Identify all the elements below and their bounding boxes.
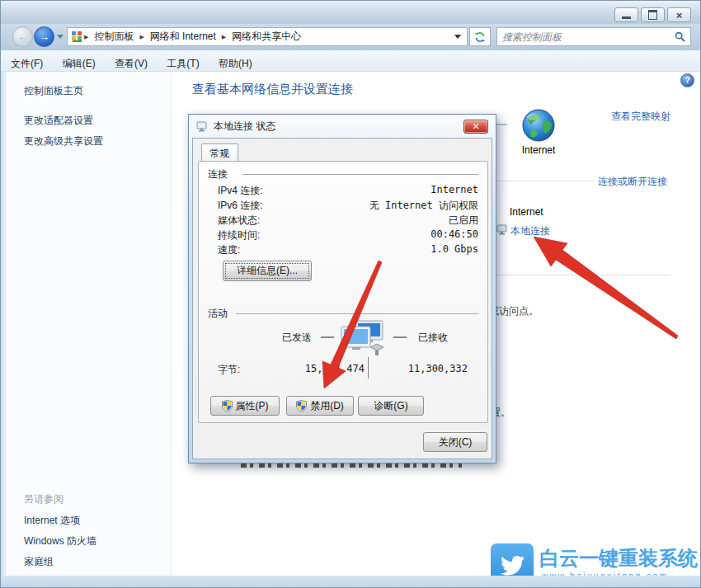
sidebar-item-control-panel-home[interactable]: 控制面板主页 [24, 84, 83, 98]
refresh-icon [474, 31, 486, 43]
uac-shield-icon [222, 400, 233, 412]
breadcrumb-network-sharing-center[interactable]: 网络和共享中心 [227, 30, 306, 44]
connect-disconnect-link[interactable]: 连接或断开连接 [598, 175, 667, 189]
breadcrumb-control-panel[interactable]: 控制面板 [89, 30, 139, 44]
menu-help[interactable]: 帮助(H) [210, 53, 261, 71]
diagnose-button-label: 诊断(G) [374, 399, 407, 413]
activity-computers-icon [341, 320, 385, 358]
details-button[interactable]: 详细信息(E)... [223, 261, 312, 281]
menu-view[interactable]: 查看(V) [106, 53, 156, 71]
disable-button-label: 禁用(D) [310, 399, 344, 413]
dialog-close-icon: ✕ [472, 121, 479, 131]
media-state-value: 已启用 [313, 214, 478, 228]
search-box[interactable] [496, 27, 691, 46]
sidebar-item-windows-firewall[interactable]: Windows 防火墙 [24, 534, 96, 548]
sidebar-item-homegroup[interactable]: 家庭组 [24, 555, 54, 569]
duration-label: 持续时间: [218, 228, 260, 242]
dialog-titlebar[interactable]: 本地连接 状态 ✕ [189, 115, 496, 138]
breadcrumb-separator-icon: ▶ [83, 34, 89, 40]
dialog-monitor-icon [196, 121, 207, 132]
details-button-label: 详细信息(E)... [237, 264, 298, 278]
ipv6-value: 无 Internet 访问权限 [313, 199, 478, 213]
refresh-button[interactable] [469, 27, 491, 46]
local-connection-status-dialog: 本地连接 状态 ✕ 常规 连接 IPv4 连接: Internet IPv6 连… [188, 114, 496, 463]
search-input[interactable] [497, 31, 675, 43]
forward-arrow-icon: → [35, 27, 54, 46]
internet-globe-icon [521, 108, 556, 143]
breadcrumb-separator-icon: ▶ [221, 34, 227, 40]
window-frame-left [1, 72, 7, 588]
diagnose-button[interactable]: 诊断(G) [358, 396, 424, 416]
page-title: 查看基本网络信息并设置连接 [192, 82, 353, 97]
local-area-connection-link[interactable]: 本地连接 [510, 224, 550, 238]
activity-group-label: 活动 [208, 307, 228, 321]
menu-edit[interactable]: 编辑(E) [54, 53, 104, 71]
breadcrumb-separator-icon: ▶ [139, 34, 144, 40]
media-state-label: 媒体状态: [218, 214, 260, 228]
speed-value: 1.0 Gbps [313, 243, 478, 255]
ipv6-label: IPv6 连接: [218, 199, 263, 213]
ipv4-value: Internet [313, 184, 478, 195]
forward-button[interactable]: → [34, 26, 54, 47]
twitter-bird-icon [498, 551, 526, 579]
bytes-sent-value: 15,604,474 [282, 363, 365, 374]
sidebar-item-change-advanced-sharing[interactable]: 更改高级共享设置 [24, 134, 103, 148]
menu-tools[interactable]: 工具(T) [158, 53, 207, 71]
sidebar-item-internet-options[interactable]: Internet 选项 [24, 514, 80, 528]
connection-group-label: 连接 [208, 167, 228, 181]
breadcrumb-network-internet[interactable]: 网络和 Internet [145, 30, 221, 44]
ipv4-label: IPv4 连接: [218, 184, 263, 198]
dialog-title: 本地连接 状态 [214, 120, 275, 134]
close-icon: × [676, 9, 683, 21]
received-dash [393, 336, 407, 338]
restore-button[interactable] [641, 7, 665, 22]
restore-icon [648, 10, 657, 20]
menu-file[interactable]: 文件(F) [2, 53, 51, 71]
search-icon [675, 31, 685, 42]
close-dialog-button[interactable]: 关闭(C) [423, 432, 487, 452]
clipped-text-access-point: 或访问点。 [489, 304, 539, 318]
close-dialog-button-label: 关闭(C) [439, 435, 473, 449]
uac-shield-icon [296, 400, 307, 412]
duration-value: 00:46:50 [313, 228, 478, 240]
bytes-received-value: 11,300,332 [387, 363, 468, 374]
bytes-label: 字节: [218, 363, 240, 377]
window-titlebar [1, 1, 701, 24]
clipped-background-text [241, 463, 462, 468]
sent-label: 已发送 [282, 331, 312, 345]
sidebar-see-also-header: 另请参阅 [24, 492, 64, 506]
back-button[interactable]: ← [12, 26, 33, 47]
tab-general[interactable]: 常规 [201, 143, 238, 162]
properties-button[interactable]: 属性(P) [210, 396, 280, 416]
sent-dash [321, 336, 334, 338]
speed-label: 速度: [218, 243, 240, 257]
back-arrow-icon: ← [13, 27, 32, 46]
dialog-close-button[interactable]: ✕ [463, 120, 488, 134]
window-frame-bottom [1, 576, 701, 588]
internet-map-label: Internet [514, 144, 563, 156]
received-label: 已接收 [418, 331, 448, 345]
address-history-dropdown-icon[interactable] [454, 35, 461, 39]
sidebar-item-change-adapter-settings[interactable]: 更改适配器设置 [24, 114, 93, 128]
active-network-name: Internet [510, 206, 543, 218]
disable-button[interactable]: 禁用(D) [286, 396, 354, 416]
recent-pages-dropdown-icon[interactable] [57, 35, 64, 39]
close-button[interactable]: × [667, 7, 691, 22]
address-bar[interactable]: ▶ 控制面板 ▶ 网络和 Internet ▶ 网络和共享中心 [67, 27, 468, 46]
network-sharing-center-window: × ← → ▶ 控制面板 ▶ 网络和 Internet ▶ 网络和共享中心 [0, 0, 701, 588]
view-full-map-link[interactable]: 查看完整映射 [611, 110, 670, 124]
group-divider [242, 174, 478, 175]
watermark-title: 白云一键重装系统 [539, 545, 698, 572]
section-divider [496, 275, 670, 275]
connection-monitor-icon [496, 224, 507, 235]
bytes-divider [368, 357, 369, 379]
minimize-button[interactable] [614, 7, 638, 22]
properties-button-label: 属性(P) [236, 399, 269, 413]
network-location-icon [71, 31, 83, 43]
section-divider [496, 181, 593, 181]
minimize-icon [622, 16, 631, 19]
help-icon[interactable]: ? [680, 73, 694, 87]
group-divider [236, 313, 478, 314]
annotation-arrow-local-connection [534, 237, 678, 339]
